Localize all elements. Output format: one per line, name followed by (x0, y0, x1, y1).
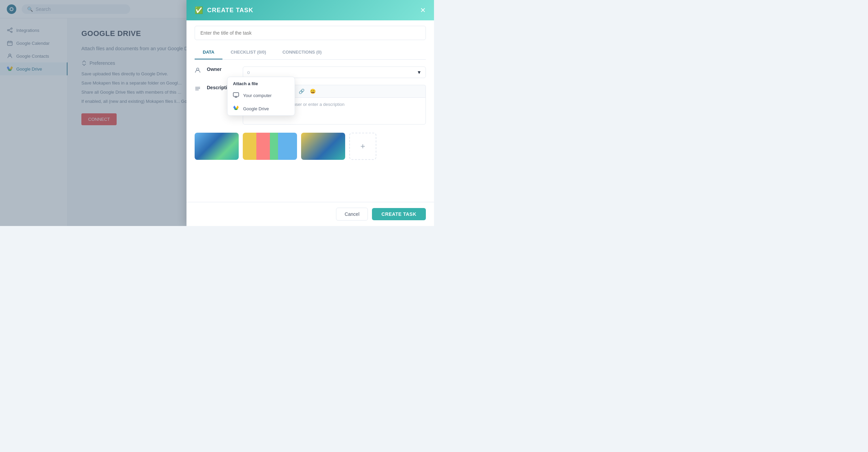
tab-connections[interactable]: CONNECTIONS (0) (274, 45, 330, 59)
owner-label: Owner (207, 67, 237, 72)
owner-icon (195, 67, 201, 74)
attachments-section: + (195, 133, 426, 160)
description-icon (195, 86, 201, 92)
attach-dropdown-title: Attach a file (228, 77, 295, 89)
gdrive-attach-icon (233, 106, 239, 112)
attach-computer-label: Your computer (243, 93, 272, 98)
attach-file-dropdown: Attach a file Your computer (227, 77, 295, 116)
attachment-blue-waves[interactable] (195, 133, 239, 160)
cancel-button[interactable]: Cancel (336, 208, 368, 221)
attach-option-gdrive[interactable]: Google Drive (228, 102, 295, 115)
close-button[interactable]: ✕ (420, 7, 426, 14)
svg-rect-16 (233, 93, 239, 96)
modal-footer: Cancel CREATE TASK (186, 202, 434, 226)
tab-data[interactable]: DATA (195, 45, 222, 59)
tab-checklist[interactable]: CHECKLIST (0/0) (222, 45, 274, 59)
attachment-colorful[interactable] (243, 133, 297, 160)
modal-overlay: ✅ CREATE TASK ✕ DATA CHECKLIST (0/0) CON… (0, 0, 434, 226)
link-button[interactable]: 🔗 (297, 88, 306, 95)
modal-body: Owner o ▼ Description (186, 60, 434, 202)
create-task-button[interactable]: CREATE TASK (372, 208, 426, 220)
attach-option-computer[interactable]: Your computer (228, 89, 295, 102)
owner-select[interactable]: o ▼ (243, 67, 426, 78)
emoji-button[interactable]: 😀 (309, 88, 317, 95)
monitor-icon (233, 92, 239, 99)
attach-gdrive-label: Google Drive (243, 106, 269, 111)
chevron-down-icon: ▼ (417, 70, 421, 75)
owner-row: Owner o ▼ (195, 67, 426, 78)
modal-header: ✅ CREATE TASK ✕ (186, 0, 434, 20)
task-title-input[interactable] (195, 26, 426, 40)
create-task-modal: ✅ CREATE TASK ✕ DATA CHECKLIST (0/0) CON… (186, 0, 434, 226)
modal-title: CREATE TASK (207, 7, 416, 14)
modal-tabs: DATA CHECKLIST (0/0) CONNECTIONS (0) (195, 45, 426, 60)
attachment-teal[interactable] (301, 133, 345, 160)
check-circle-icon: ✅ (195, 6, 203, 14)
add-attachment-button[interactable]: + (349, 133, 376, 160)
